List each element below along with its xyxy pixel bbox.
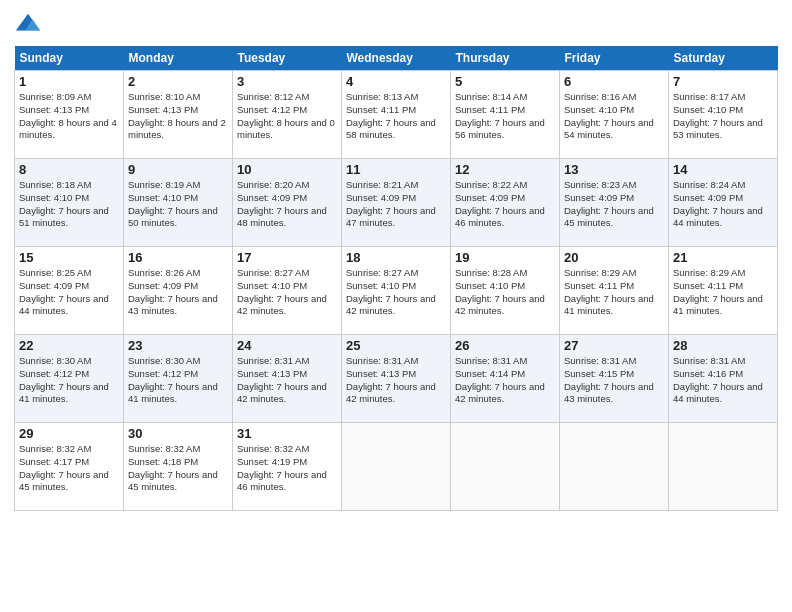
cell-info: Sunrise: 8:30 AMSunset: 4:12 PMDaylight:… bbox=[19, 355, 119, 406]
calendar-cell: 15Sunrise: 8:25 AMSunset: 4:09 PMDayligh… bbox=[15, 247, 124, 335]
calendar-cell: 23Sunrise: 8:30 AMSunset: 4:12 PMDayligh… bbox=[124, 335, 233, 423]
cell-info: Sunrise: 8:25 AMSunset: 4:09 PMDaylight:… bbox=[19, 267, 119, 318]
day-number: 26 bbox=[455, 338, 555, 353]
day-number: 19 bbox=[455, 250, 555, 265]
header-saturday: Saturday bbox=[669, 46, 778, 71]
logo-icon bbox=[14, 10, 42, 38]
calendar-cell: 21Sunrise: 8:29 AMSunset: 4:11 PMDayligh… bbox=[669, 247, 778, 335]
calendar-cell: 14Sunrise: 8:24 AMSunset: 4:09 PMDayligh… bbox=[669, 159, 778, 247]
cell-info: Sunrise: 8:32 AMSunset: 4:19 PMDaylight:… bbox=[237, 443, 337, 494]
calendar-cell: 10Sunrise: 8:20 AMSunset: 4:09 PMDayligh… bbox=[233, 159, 342, 247]
calendar-cell: 2Sunrise: 8:10 AMSunset: 4:13 PMDaylight… bbox=[124, 71, 233, 159]
day-number: 3 bbox=[237, 74, 337, 89]
week-row-4: 22Sunrise: 8:30 AMSunset: 4:12 PMDayligh… bbox=[15, 335, 778, 423]
cell-info: Sunrise: 8:32 AMSunset: 4:17 PMDaylight:… bbox=[19, 443, 119, 494]
calendar-cell bbox=[342, 423, 451, 511]
logo bbox=[14, 10, 46, 38]
calendar-cell: 31Sunrise: 8:32 AMSunset: 4:19 PMDayligh… bbox=[233, 423, 342, 511]
day-number: 24 bbox=[237, 338, 337, 353]
day-number: 30 bbox=[128, 426, 228, 441]
cell-info: Sunrise: 8:32 AMSunset: 4:18 PMDaylight:… bbox=[128, 443, 228, 494]
cell-info: Sunrise: 8:27 AMSunset: 4:10 PMDaylight:… bbox=[346, 267, 446, 318]
day-number: 29 bbox=[19, 426, 119, 441]
day-number: 20 bbox=[564, 250, 664, 265]
calendar-cell: 27Sunrise: 8:31 AMSunset: 4:15 PMDayligh… bbox=[560, 335, 669, 423]
cell-info: Sunrise: 8:31 AMSunset: 4:13 PMDaylight:… bbox=[346, 355, 446, 406]
cell-info: Sunrise: 8:31 AMSunset: 4:16 PMDaylight:… bbox=[673, 355, 773, 406]
calendar-cell: 1Sunrise: 8:09 AMSunset: 4:13 PMDaylight… bbox=[15, 71, 124, 159]
calendar-cell: 22Sunrise: 8:30 AMSunset: 4:12 PMDayligh… bbox=[15, 335, 124, 423]
day-number: 13 bbox=[564, 162, 664, 177]
day-number: 4 bbox=[346, 74, 446, 89]
cell-info: Sunrise: 8:12 AMSunset: 4:12 PMDaylight:… bbox=[237, 91, 337, 142]
day-number: 7 bbox=[673, 74, 773, 89]
calendar-cell: 12Sunrise: 8:22 AMSunset: 4:09 PMDayligh… bbox=[451, 159, 560, 247]
header-thursday: Thursday bbox=[451, 46, 560, 71]
calendar-cell bbox=[451, 423, 560, 511]
day-number: 31 bbox=[237, 426, 337, 441]
day-number: 23 bbox=[128, 338, 228, 353]
calendar-cell bbox=[560, 423, 669, 511]
page-header bbox=[14, 10, 778, 38]
cell-info: Sunrise: 8:22 AMSunset: 4:09 PMDaylight:… bbox=[455, 179, 555, 230]
calendar-cell: 17Sunrise: 8:27 AMSunset: 4:10 PMDayligh… bbox=[233, 247, 342, 335]
day-number: 14 bbox=[673, 162, 773, 177]
cell-info: Sunrise: 8:19 AMSunset: 4:10 PMDaylight:… bbox=[128, 179, 228, 230]
cell-info: Sunrise: 8:10 AMSunset: 4:13 PMDaylight:… bbox=[128, 91, 228, 142]
day-number: 5 bbox=[455, 74, 555, 89]
calendar-cell: 19Sunrise: 8:28 AMSunset: 4:10 PMDayligh… bbox=[451, 247, 560, 335]
day-number: 10 bbox=[237, 162, 337, 177]
day-number: 11 bbox=[346, 162, 446, 177]
calendar-cell: 7Sunrise: 8:17 AMSunset: 4:10 PMDaylight… bbox=[669, 71, 778, 159]
cell-info: Sunrise: 8:29 AMSunset: 4:11 PMDaylight:… bbox=[673, 267, 773, 318]
calendar-cell: 28Sunrise: 8:31 AMSunset: 4:16 PMDayligh… bbox=[669, 335, 778, 423]
calendar-cell: 18Sunrise: 8:27 AMSunset: 4:10 PMDayligh… bbox=[342, 247, 451, 335]
calendar-cell: 24Sunrise: 8:31 AMSunset: 4:13 PMDayligh… bbox=[233, 335, 342, 423]
cell-info: Sunrise: 8:24 AMSunset: 4:09 PMDaylight:… bbox=[673, 179, 773, 230]
cell-info: Sunrise: 8:18 AMSunset: 4:10 PMDaylight:… bbox=[19, 179, 119, 230]
cell-info: Sunrise: 8:20 AMSunset: 4:09 PMDaylight:… bbox=[237, 179, 337, 230]
cell-info: Sunrise: 8:09 AMSunset: 4:13 PMDaylight:… bbox=[19, 91, 119, 142]
cell-info: Sunrise: 8:29 AMSunset: 4:11 PMDaylight:… bbox=[564, 267, 664, 318]
day-number: 25 bbox=[346, 338, 446, 353]
calendar-cell: 9Sunrise: 8:19 AMSunset: 4:10 PMDaylight… bbox=[124, 159, 233, 247]
cell-info: Sunrise: 8:26 AMSunset: 4:09 PMDaylight:… bbox=[128, 267, 228, 318]
day-number: 6 bbox=[564, 74, 664, 89]
day-number: 15 bbox=[19, 250, 119, 265]
day-number: 1 bbox=[19, 74, 119, 89]
calendar-cell: 4Sunrise: 8:13 AMSunset: 4:11 PMDaylight… bbox=[342, 71, 451, 159]
calendar-cell: 16Sunrise: 8:26 AMSunset: 4:09 PMDayligh… bbox=[124, 247, 233, 335]
cell-info: Sunrise: 8:23 AMSunset: 4:09 PMDaylight:… bbox=[564, 179, 664, 230]
week-row-3: 15Sunrise: 8:25 AMSunset: 4:09 PMDayligh… bbox=[15, 247, 778, 335]
day-number: 2 bbox=[128, 74, 228, 89]
calendar-cell: 3Sunrise: 8:12 AMSunset: 4:12 PMDaylight… bbox=[233, 71, 342, 159]
calendar-cell: 13Sunrise: 8:23 AMSunset: 4:09 PMDayligh… bbox=[560, 159, 669, 247]
cell-info: Sunrise: 8:21 AMSunset: 4:09 PMDaylight:… bbox=[346, 179, 446, 230]
day-number: 12 bbox=[455, 162, 555, 177]
cell-info: Sunrise: 8:27 AMSunset: 4:10 PMDaylight:… bbox=[237, 267, 337, 318]
header-tuesday: Tuesday bbox=[233, 46, 342, 71]
header-sunday: Sunday bbox=[15, 46, 124, 71]
header-friday: Friday bbox=[560, 46, 669, 71]
calendar-cell: 26Sunrise: 8:31 AMSunset: 4:14 PMDayligh… bbox=[451, 335, 560, 423]
cell-info: Sunrise: 8:16 AMSunset: 4:10 PMDaylight:… bbox=[564, 91, 664, 142]
calendar-cell: 8Sunrise: 8:18 AMSunset: 4:10 PMDaylight… bbox=[15, 159, 124, 247]
cell-info: Sunrise: 8:30 AMSunset: 4:12 PMDaylight:… bbox=[128, 355, 228, 406]
day-number: 8 bbox=[19, 162, 119, 177]
header-monday: Monday bbox=[124, 46, 233, 71]
day-number: 27 bbox=[564, 338, 664, 353]
cell-info: Sunrise: 8:28 AMSunset: 4:10 PMDaylight:… bbox=[455, 267, 555, 318]
calendar-cell: 30Sunrise: 8:32 AMSunset: 4:18 PMDayligh… bbox=[124, 423, 233, 511]
calendar-cell: 25Sunrise: 8:31 AMSunset: 4:13 PMDayligh… bbox=[342, 335, 451, 423]
cell-info: Sunrise: 8:31 AMSunset: 4:15 PMDaylight:… bbox=[564, 355, 664, 406]
week-row-2: 8Sunrise: 8:18 AMSunset: 4:10 PMDaylight… bbox=[15, 159, 778, 247]
cell-info: Sunrise: 8:17 AMSunset: 4:10 PMDaylight:… bbox=[673, 91, 773, 142]
header-wednesday: Wednesday bbox=[342, 46, 451, 71]
cell-info: Sunrise: 8:14 AMSunset: 4:11 PMDaylight:… bbox=[455, 91, 555, 142]
cell-info: Sunrise: 8:31 AMSunset: 4:14 PMDaylight:… bbox=[455, 355, 555, 406]
calendar-cell: 20Sunrise: 8:29 AMSunset: 4:11 PMDayligh… bbox=[560, 247, 669, 335]
calendar-cell bbox=[669, 423, 778, 511]
day-number: 17 bbox=[237, 250, 337, 265]
day-number: 18 bbox=[346, 250, 446, 265]
day-number: 22 bbox=[19, 338, 119, 353]
